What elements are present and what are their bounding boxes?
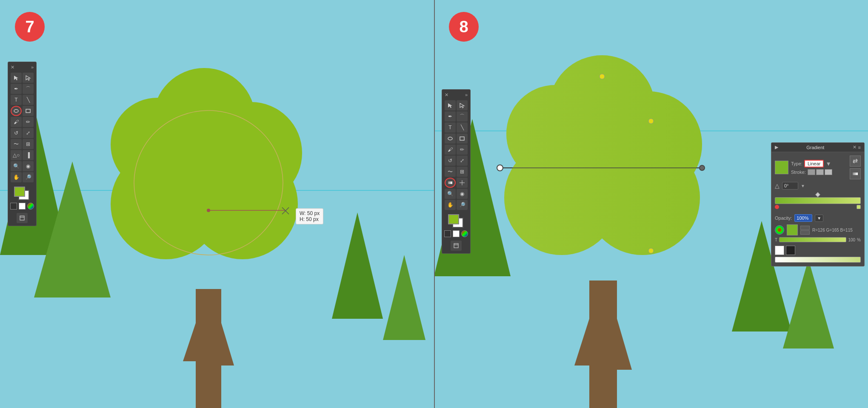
tr-brush[interactable]: 🖌	[445, 144, 456, 155]
eyedropper[interactable]: 🔍	[11, 161, 22, 171]
pen-tool[interactable]: ✒	[11, 84, 22, 94]
t-slider[interactable]	[779, 237, 846, 242]
right-stop-handle[interactable]	[857, 205, 861, 209]
tr-white-sw[interactable]	[453, 230, 460, 237]
artboard-icon[interactable]	[17, 213, 28, 223]
color-wheel-icon[interactable]	[775, 225, 784, 235]
canvas-left	[0, 0, 434, 408]
tr-default-sw	[444, 230, 468, 237]
direct-select-tool[interactable]	[23, 73, 34, 83]
current-color-swatch[interactable]	[787, 224, 798, 235]
tr-hand[interactable]: ✋	[445, 200, 456, 210]
warp-tool[interactable]: 〜	[11, 139, 22, 149]
tr-direct-select[interactable]	[457, 100, 468, 110]
gradient-panel-menu[interactable]: ≡	[858, 144, 861, 150]
curvature-tool[interactable]: ⌒	[23, 84, 34, 94]
tr-artboard-btn[interactable]	[451, 241, 462, 251]
panel-divider	[434, 0, 435, 408]
tr-pen[interactable]: ✒	[445, 111, 456, 122]
tr-fill-swatch[interactable]	[448, 214, 459, 224]
tr-eyedrop[interactable]: 🔍	[445, 189, 456, 199]
svg-point-41	[497, 165, 503, 171]
ellipse-tool[interactable]	[11, 106, 22, 116]
tr-warp[interactable]: 〜	[445, 167, 456, 177]
fill-swatch[interactable]	[14, 187, 25, 197]
hand-tool[interactable]: ✋	[11, 172, 22, 182]
stroke-options	[808, 169, 832, 175]
tooltip-height: H: 50 px	[300, 216, 320, 222]
tr-row-7: 〜 ⊞	[444, 167, 468, 177]
toolbar-close[interactable]: ✕	[11, 65, 14, 70]
right-color-stop	[857, 205, 861, 209]
tr-blend[interactable]: ◉	[457, 189, 468, 199]
toolbar-row-8: △○ ▐	[10, 150, 34, 160]
rotate-tool[interactable]: ↺	[11, 128, 22, 138]
stroke-opt2[interactable]	[816, 169, 824, 175]
tr-select[interactable]	[445, 100, 456, 110]
white-swatch[interactable]	[19, 203, 26, 210]
bottom-white-swatch[interactable]	[775, 246, 784, 255]
fill-stroke-swatches	[14, 187, 30, 201]
gradient-panel-header: ▶ Gradient ✕ ≡	[771, 143, 864, 152]
opacity-dropdown[interactable]: ▼	[815, 215, 823, 222]
tr-rotate[interactable]: ↺	[445, 156, 456, 166]
tr-black-sw[interactable]	[444, 230, 451, 237]
select-tool[interactable]	[11, 73, 22, 83]
midpoint-stop[interactable]	[815, 192, 820, 197]
toolbar-right-close[interactable]: ✕	[445, 92, 448, 98]
tr-rect[interactable]	[457, 133, 468, 144]
rect-tool[interactable]	[23, 106, 34, 116]
tr-none-sw[interactable]	[461, 230, 468, 237]
svg-point-10	[153, 68, 255, 170]
stroke-opt1[interactable]	[808, 169, 815, 175]
gradient-panel-controls: ✕ ≡	[853, 144, 861, 150]
chart-tool[interactable]: ▐	[23, 150, 34, 160]
gradient-reverse-icon[interactable]	[850, 168, 861, 179]
black-swatch[interactable]	[10, 203, 17, 210]
size-tooltip: W: 50 px H: 50 px	[296, 208, 323, 224]
none-swatch[interactable]	[27, 203, 34, 210]
gradient-swap-icon[interactable]	[850, 156, 861, 167]
stroke-opt3[interactable]	[825, 169, 832, 175]
main-container: 7 ✕ » ✒ ⌒	[0, 0, 868, 408]
opacity-input[interactable]	[794, 214, 812, 222]
angle-input[interactable]	[782, 182, 798, 190]
tr-scale[interactable]: ⤢	[457, 156, 468, 166]
tr-curve[interactable]: ⌒	[457, 111, 468, 122]
left-stop-handle[interactable]	[775, 205, 779, 209]
toolbar-expand[interactable]: »	[31, 65, 34, 70]
paintbrush-tool[interactable]: 🖌	[11, 117, 22, 127]
scale-tool[interactable]: ⤢	[23, 128, 34, 138]
type-dropdown-btn[interactable]: ▼	[825, 161, 831, 167]
free-transform[interactable]: ⊞	[23, 139, 34, 149]
tr-transform[interactable]: ⊞	[457, 167, 468, 177]
svg-marker-21	[26, 76, 30, 80]
tr-ellipse[interactable]	[445, 133, 456, 144]
line-tool[interactable]: ╲	[23, 95, 34, 105]
tr-row-1	[444, 100, 468, 110]
tr-row-6: ↺ ⤢	[444, 156, 468, 166]
bottom-black-swatch[interactable]	[786, 246, 795, 255]
type-tool[interactable]: T	[11, 95, 22, 105]
gradient-panel-close[interactable]: ✕	[853, 144, 857, 150]
tr-pencil[interactable]: ✏	[457, 144, 468, 155]
blend-tool[interactable]: ◉	[23, 161, 34, 171]
shape-builder[interactable]: △○	[11, 150, 22, 160]
svg-point-42	[700, 165, 705, 170]
tr-mesh[interactable]	[457, 178, 468, 188]
angle-dropdown[interactable]: ▼	[801, 184, 805, 188]
artboard-nav	[10, 213, 34, 223]
tr-type[interactable]: T	[445, 122, 456, 133]
left-color-stop	[775, 205, 779, 209]
pencil-tool[interactable]: ✏	[23, 117, 34, 127]
tr-zoom[interactable]: 🔎	[457, 200, 468, 210]
svg-point-13	[207, 209, 210, 212]
type-value[interactable]: Linear	[804, 160, 824, 167]
tr-line[interactable]: ╲	[457, 122, 468, 133]
tr-gradient-tool[interactable]	[445, 178, 456, 188]
zoom-tool[interactable]: 🔎	[23, 172, 34, 182]
grid-icon1	[800, 226, 810, 230]
gradient-main-swatch[interactable]	[775, 161, 788, 174]
toolbar-right: ✕ » ✒ ⌒ T	[442, 89, 471, 254]
toolbar-right-expand[interactable]: »	[465, 92, 468, 98]
